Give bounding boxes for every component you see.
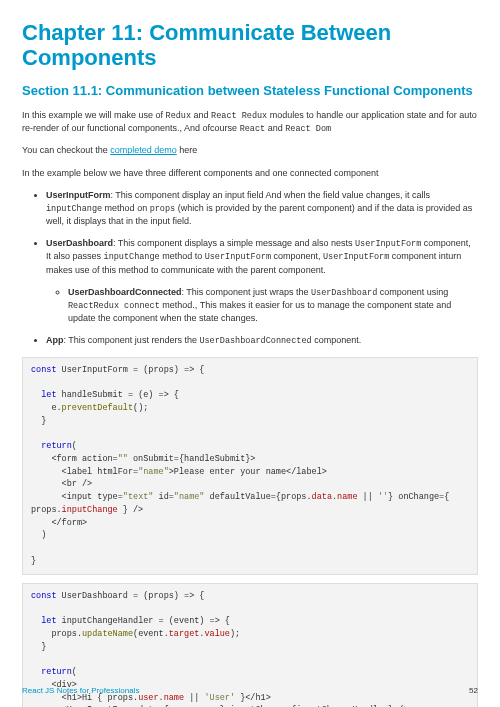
- code-react: React: [240, 124, 266, 134]
- list-item-userdashboardconnected: UserDashboardConnected: This component j…: [68, 286, 478, 326]
- list-item-userinputform: UserInputForm: This component display an…: [46, 189, 478, 228]
- paragraph-demo-link: You can checkout the completed demo here: [22, 144, 478, 157]
- completed-demo-link[interactable]: completed demo: [110, 145, 177, 155]
- list-item-userdashboard: UserDashboard: This component displays a…: [46, 237, 478, 325]
- code-react-dom: React Dom: [285, 124, 331, 134]
- paragraph-intro: In this example we will make use of Redu…: [22, 109, 478, 136]
- component-list: UserInputForm: This component display an…: [22, 189, 478, 348]
- list-item-app: App: This component just renders the Use…: [46, 334, 478, 347]
- footer-title: React JS Notes for Professionals: [22, 685, 139, 697]
- paragraph-components-intro: In the example below we have three diffe…: [22, 167, 478, 180]
- chapter-title: Chapter 11: Communicate Between Componen…: [22, 20, 478, 71]
- code-block-userinputform: const UserInputForm = (props) => { let h…: [22, 357, 478, 575]
- section-title: Section 11.1: Communication between Stat…: [22, 83, 478, 99]
- code-redux: Redux: [166, 111, 192, 121]
- page-number: 52: [469, 685, 478, 697]
- page-footer: React JS Notes for Professionals 52: [22, 685, 478, 697]
- code-react-redux: React Redux: [211, 111, 267, 121]
